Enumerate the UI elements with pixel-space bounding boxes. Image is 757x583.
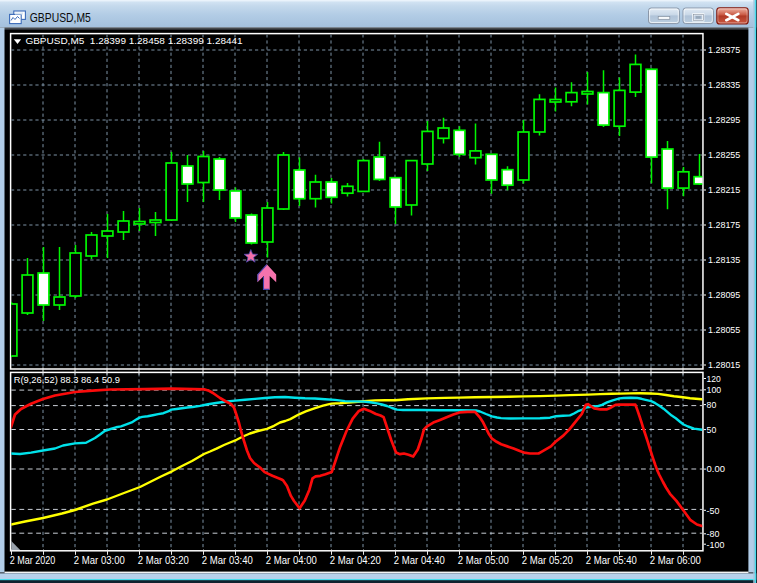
svg-text:GBPUSD,M5: GBPUSD,M5	[30, 11, 91, 25]
svg-text:1.28215: 1.28215	[708, 184, 740, 195]
svg-text:2 Mar 06:00: 2 Mar 06:00	[650, 554, 701, 566]
svg-text:-80: -80	[707, 528, 720, 539]
svg-text:1.28135: 1.28135	[708, 254, 740, 265]
svg-text:1.28175: 1.28175	[708, 219, 740, 230]
svg-text:0.00: 0.00	[707, 463, 725, 474]
svg-text:1.28015: 1.28015	[708, 359, 740, 370]
svg-text:2 Mar 04:00: 2 Mar 04:00	[266, 554, 317, 566]
svg-text:1.28375: 1.28375	[708, 44, 740, 55]
svg-text:1.28255: 1.28255	[708, 149, 740, 160]
svg-text:1.28055: 1.28055	[708, 324, 740, 335]
svg-text:2 Mar 05:00: 2 Mar 05:00	[458, 554, 509, 566]
svg-text:2 Mar 2020: 2 Mar 2020	[10, 554, 56, 566]
svg-text:50: 50	[707, 424, 717, 435]
svg-text:1.28335: 1.28335	[708, 79, 740, 90]
svg-text:120: 120	[707, 373, 721, 384]
svg-text:2 Mar 03:20: 2 Mar 03:20	[138, 554, 189, 566]
svg-text:2 Mar 03:00: 2 Mar 03:00	[74, 554, 125, 566]
svg-text:2 Mar 03:40: 2 Mar 03:40	[202, 554, 253, 566]
svg-text:100: 100	[707, 384, 722, 395]
svg-text:2 Mar 05:20: 2 Mar 05:20	[522, 554, 573, 566]
svg-text:-50: -50	[707, 505, 720, 516]
svg-text:2 Mar 04:40: 2 Mar 04:40	[394, 554, 445, 566]
svg-text:R(9,26,52) 88.3 86.4 50.9: R(9,26,52) 88.3 86.4 50.9	[14, 374, 120, 385]
svg-text:2 Mar 04:20: 2 Mar 04:20	[330, 554, 381, 566]
svg-text:2 Mar 05:40: 2 Mar 05:40	[586, 554, 637, 566]
svg-text:1.28295: 1.28295	[708, 114, 740, 125]
svg-text:1.28095: 1.28095	[708, 289, 740, 300]
svg-text:GBPUSD,M5 1.28399 1.28458 1.2: GBPUSD,M5 1.28399 1.28458 1.28399 1.2844…	[25, 35, 242, 46]
svg-text:80: 80	[707, 399, 717, 410]
svg-text:-100: -100	[707, 539, 725, 550]
